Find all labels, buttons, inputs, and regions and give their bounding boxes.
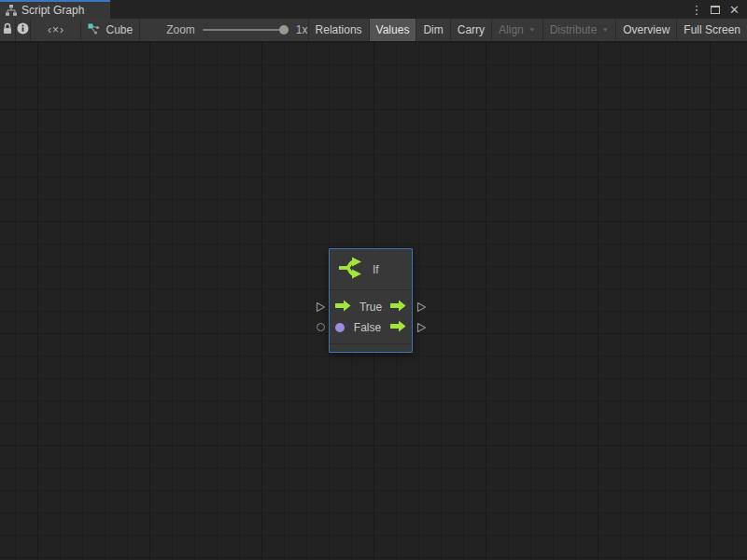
port-label-true: True xyxy=(351,301,390,314)
branch-icon xyxy=(337,255,365,284)
false-output-port-icon[interactable] xyxy=(390,320,406,335)
maximize-icon[interactable] xyxy=(711,6,720,14)
false-output-connection-port[interactable] xyxy=(416,322,427,333)
script-graph-window: Script Graph ⋮ ✕ xyxy=(0,0,747,560)
chevron-down-icon: ▼ xyxy=(529,26,536,33)
if-node-group: If True xyxy=(316,248,428,354)
true-port-row: True xyxy=(330,297,412,317)
tab-script-graph[interactable]: Script Graph xyxy=(0,0,110,19)
graph-owner-button[interactable]: Cube xyxy=(81,19,140,41)
tab-title: Script Graph xyxy=(21,4,84,17)
false-port-row: False xyxy=(330,317,412,338)
lock-icon xyxy=(2,22,13,37)
align-dropdown[interactable]: Align ▼ xyxy=(491,19,543,41)
if-node-header[interactable]: If xyxy=(330,249,412,290)
flow-input-connection-port[interactable] xyxy=(316,301,326,313)
inspect-button[interactable] xyxy=(16,19,32,41)
chevron-down-icon: ▼ xyxy=(601,26,609,33)
menu-kebab-icon[interactable]: ⋮ xyxy=(692,4,701,16)
tab-bar: Script Graph ⋮ ✕ xyxy=(0,0,747,19)
true-output-connection-port[interactable] xyxy=(416,301,427,313)
flow-input-port-icon[interactable] xyxy=(335,300,351,315)
values-button[interactable]: Values xyxy=(369,19,416,41)
zoom-value: 1x xyxy=(296,23,308,36)
node-title: If xyxy=(373,263,379,276)
graph-owner-label: Cube xyxy=(106,23,133,36)
info-icon xyxy=(17,22,29,37)
code-icon: ‹×› xyxy=(48,23,64,36)
window-controls: ⋮ ✕ xyxy=(692,0,747,19)
carry-button[interactable]: Carry xyxy=(450,19,491,41)
overview-button[interactable]: Overview xyxy=(615,19,676,41)
graph-hierarchy-icon xyxy=(6,5,17,16)
zoom-control: Zoom 1x xyxy=(166,19,307,41)
toolbar: ‹×› Cube Zoom 1x Relations Val xyxy=(0,19,747,42)
zoom-slider-track xyxy=(203,29,289,31)
node-footer xyxy=(330,343,412,352)
true-output-port-icon[interactable] xyxy=(390,300,406,315)
value-connections-button[interactable]: ‹×› xyxy=(31,19,81,41)
distribute-dropdown[interactable]: Distribute ▼ xyxy=(543,19,616,41)
condition-input-connection-port[interactable] xyxy=(317,323,325,331)
toolbar-toggles: Relations Values Dim Carry Align ▼ Distr… xyxy=(308,19,747,41)
close-icon[interactable]: ✕ xyxy=(729,4,740,16)
distribute-label: Distribute xyxy=(550,23,598,36)
dim-button[interactable]: Dim xyxy=(416,19,449,41)
relations-button[interactable]: Relations xyxy=(308,19,369,41)
graph-pointer-icon xyxy=(88,23,100,37)
condition-input-port-icon[interactable] xyxy=(335,323,345,332)
graph-canvas[interactable]: If True xyxy=(0,42,747,560)
zoom-label: Zoom xyxy=(166,23,195,36)
fullscreen-button[interactable]: Full Screen xyxy=(676,19,747,41)
lock-button[interactable] xyxy=(0,19,16,41)
if-node[interactable]: If True xyxy=(329,248,413,353)
node-ports: True False xyxy=(330,290,412,343)
zoom-slider-handle[interactable] xyxy=(279,25,289,35)
align-label: Align xyxy=(499,23,524,36)
port-label-false: False xyxy=(345,321,390,334)
zoom-slider[interactable] xyxy=(203,24,289,35)
